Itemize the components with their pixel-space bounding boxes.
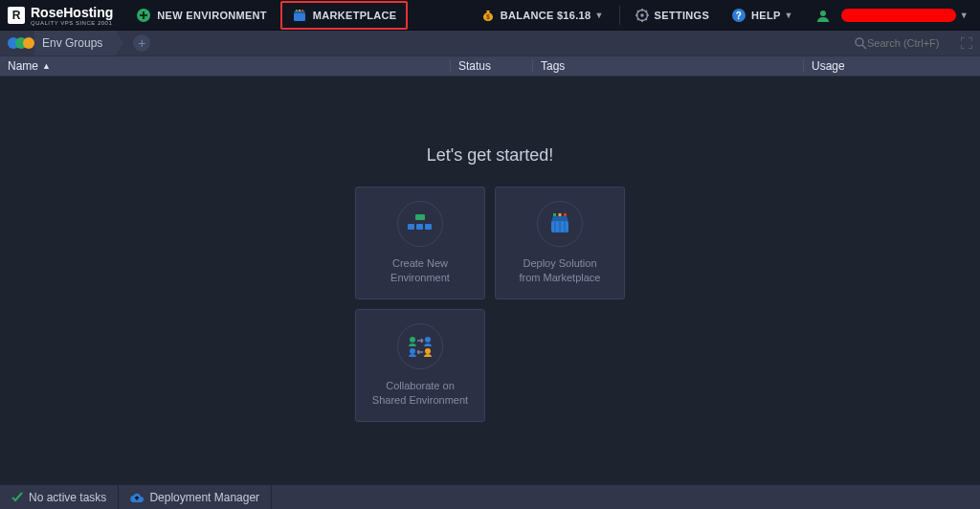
subheader: Env Groups +	[0, 31, 980, 55]
deployment-manager[interactable]: Deployment Manager	[119, 485, 272, 510]
svg-point-10	[820, 11, 826, 16]
balance-amount: $16.18	[557, 10, 590, 21]
main-area: Let's get started! Create New Environmen…	[0, 77, 980, 484]
deployment-manager-label: Deployment Manager	[149, 491, 259, 504]
cards-grid: Create New Environment Deploy Solution f…	[355, 187, 625, 422]
svg-point-23	[425, 348, 431, 354]
new-environment-button[interactable]: NEW ENVIRONMENT	[126, 3, 277, 28]
svg-point-7	[640, 13, 644, 17]
gear-icon	[635, 9, 649, 22]
svg-rect-12	[415, 214, 425, 220]
user-icon	[816, 9, 830, 22]
search-icon	[854, 36, 867, 50]
deploy-marketplace-card[interactable]: Deploy Solution from Marketplace	[495, 187, 625, 299]
brand-name: RoseHosting	[31, 5, 113, 20]
svg-text:?: ?	[736, 10, 742, 20]
balance-label: BALANCE	[501, 10, 554, 21]
tasks-status[interactable]: No active tasks	[0, 485, 119, 510]
table-header: Name ▲ Status Tags Usage	[0, 55, 980, 77]
column-usage[interactable]: Usage	[803, 59, 980, 73]
divider	[619, 6, 620, 25]
help-icon: ?	[732, 9, 746, 22]
chevron-down-icon: ▼	[785, 11, 793, 20]
balance-button[interactable]: $ BALANCE $16.18 ▼	[472, 4, 613, 27]
svg-rect-2	[296, 10, 298, 11]
env-groups-icon	[8, 37, 31, 49]
chevron-down-icon: ▼	[594, 11, 603, 20]
basket-icon	[537, 201, 583, 247]
collaborate-card[interactable]: Collaborate on Shared Environment	[355, 309, 485, 422]
svg-point-11	[856, 38, 863, 46]
svg-rect-18	[559, 213, 562, 216]
svg-rect-4	[301, 10, 303, 11]
search-area	[854, 36, 980, 50]
add-group-button[interactable]: +	[133, 34, 150, 52]
svg-rect-19	[564, 213, 567, 216]
svg-rect-3	[299, 10, 301, 11]
create-environment-card[interactable]: Create New Environment	[355, 187, 485, 299]
basket-icon	[292, 8, 307, 23]
svg-rect-1	[294, 13, 305, 21]
settings-label: SETTINGS	[655, 10, 709, 21]
marketplace-label: MARKETPLACE	[313, 10, 397, 21]
svg-text:$: $	[486, 12, 490, 20]
svg-rect-13	[408, 224, 414, 230]
cloud-upload-icon	[130, 492, 144, 503]
stack-icon	[397, 201, 443, 247]
user-menu[interactable]: ▼	[807, 4, 970, 27]
help-button[interactable]: ? HELP ▼	[723, 4, 803, 27]
column-tags[interactable]: Tags	[532, 59, 803, 73]
svg-point-20	[410, 337, 415, 343]
brand-icon: R	[8, 7, 25, 24]
card-label-line: Shared Environment	[372, 394, 468, 406]
card-label-line: Environment	[390, 272, 450, 283]
column-name[interactable]: Name ▲	[0, 59, 450, 73]
brand-logo[interactable]: R RoseHosting QUALITY VPS SINCE 2001	[8, 5, 113, 26]
user-email-redacted	[841, 9, 956, 22]
marketplace-button[interactable]: MARKETPLACE	[280, 1, 409, 30]
tasks-label: No active tasks	[29, 491, 106, 504]
check-icon	[11, 492, 23, 503]
money-bag-icon: $	[481, 9, 495, 22]
card-label-line: from Marketplace	[520, 272, 601, 283]
svg-point-22	[410, 348, 415, 354]
top-bar: R RoseHosting QUALITY VPS SINCE 2001 NEW…	[0, 0, 980, 31]
settings-button[interactable]: SETTINGS	[626, 4, 719, 27]
fullscreen-icon[interactable]	[961, 37, 972, 49]
column-status[interactable]: Status	[450, 59, 532, 73]
search-input[interactable]	[867, 37, 953, 49]
plus-circle-icon	[136, 8, 151, 23]
svg-rect-14	[416, 224, 423, 230]
new-environment-label: NEW ENVIRONMENT	[157, 10, 267, 21]
sort-asc-icon: ▲	[42, 61, 51, 71]
card-label-line: Deploy Solution	[523, 257, 596, 269]
get-started-heading: Let's get started!	[427, 145, 554, 166]
bottom-bar: No active tasks Deployment Manager	[0, 484, 980, 509]
svg-point-21	[425, 337, 431, 343]
svg-rect-17	[553, 213, 556, 216]
chevron-down-icon: ▼	[960, 11, 969, 20]
brand-tagline: QUALITY VPS SINCE 2001	[31, 20, 113, 26]
card-label-line: Collaborate on	[386, 380, 455, 391]
collaborate-icon	[397, 323, 443, 369]
help-label: HELP	[751, 10, 781, 21]
svg-rect-15	[425, 224, 432, 230]
card-label-line: Create New	[392, 257, 448, 269]
env-groups-label: Env Groups	[42, 36, 102, 50]
env-groups-breadcrumb[interactable]: Env Groups	[34, 31, 116, 55]
